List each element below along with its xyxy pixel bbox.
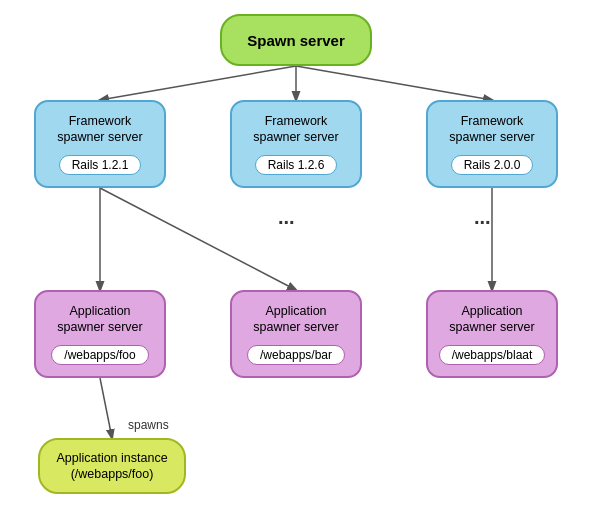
appspawn-1-path: /webapps/foo bbox=[51, 345, 148, 365]
app-spawner-1: Applicationspawner server /webapps/foo bbox=[34, 290, 166, 378]
appspawn-2-path: /webapps/bar bbox=[247, 345, 345, 365]
framework-2-version: Rails 1.2.6 bbox=[255, 155, 338, 175]
appinstance-label: Application instance(/webapps/foo) bbox=[56, 450, 167, 483]
ellipsis-2: ... bbox=[474, 206, 491, 229]
framework-2-label: Frameworkspawner server bbox=[253, 113, 338, 146]
svg-line-4 bbox=[100, 188, 296, 290]
appspawn-3-path: /webapps/blaat bbox=[439, 345, 546, 365]
svg-line-0 bbox=[100, 66, 296, 100]
spawn-server-label: Spawn server bbox=[247, 32, 345, 49]
svg-line-6 bbox=[100, 378, 112, 438]
ellipsis-1: ... bbox=[278, 206, 295, 229]
svg-line-2 bbox=[296, 66, 492, 100]
appspawn-3-label: Applicationspawner server bbox=[449, 303, 534, 336]
app-spawner-3: Applicationspawner server /webapps/blaat bbox=[426, 290, 558, 378]
framework-1-label: Frameworkspawner server bbox=[57, 113, 142, 146]
framework-spawner-3: Frameworkspawner server Rails 2.0.0 bbox=[426, 100, 558, 188]
spawn-server-node: Spawn server bbox=[220, 14, 372, 66]
appspawn-1-label: Applicationspawner server bbox=[57, 303, 142, 336]
app-instance-node: Application instance(/webapps/foo) bbox=[38, 438, 186, 494]
framework-1-version: Rails 1.2.1 bbox=[59, 155, 142, 175]
diagram: Spawn server Frameworkspawner server Rai… bbox=[0, 0, 592, 517]
appspawn-2-label: Applicationspawner server bbox=[253, 303, 338, 336]
app-spawner-2: Applicationspawner server /webapps/bar bbox=[230, 290, 362, 378]
framework-3-version: Rails 2.0.0 bbox=[451, 155, 534, 175]
framework-spawner-1: Frameworkspawner server Rails 1.2.1 bbox=[34, 100, 166, 188]
spawns-label: spawns bbox=[128, 418, 169, 432]
framework-spawner-2: Frameworkspawner server Rails 1.2.6 bbox=[230, 100, 362, 188]
framework-3-label: Frameworkspawner server bbox=[449, 113, 534, 146]
